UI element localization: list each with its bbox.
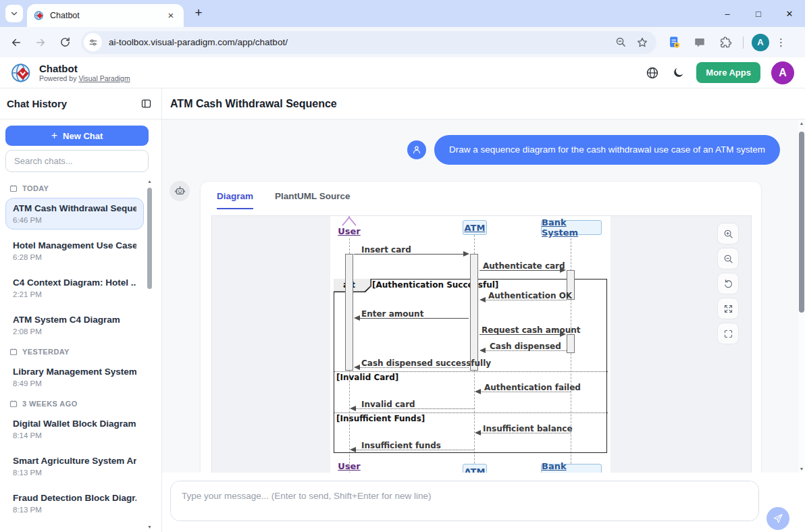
dark-mode-button[interactable]	[671, 65, 685, 80]
collapse-panel-icon[interactable]	[140, 98, 152, 109]
scroll-up-icon[interactable]: ▲	[798, 121, 805, 126]
message-line	[485, 350, 567, 351]
window-maximize-button[interactable]: □	[743, 0, 774, 27]
list-item[interactable]: Fraud Detection Block Diagr... 8:13 PM	[5, 487, 144, 519]
reset-view-button[interactable]	[717, 273, 739, 294]
url-text[interactable]: ai-toolbox.visual-paradigm.com/app/chatb…	[109, 37, 606, 47]
page-scrollbar[interactable]: ▲ ▼	[798, 119, 805, 473]
sidebar-scrollbar-thumb[interactable]	[147, 188, 152, 289]
fullscreen-button[interactable]	[717, 323, 739, 344]
activation-bank-2	[567, 334, 575, 353]
address-bar[interactable]: ai-toolbox.visual-paradigm.com/app/chatb…	[81, 31, 656, 54]
user-account-avatar[interactable]: A	[771, 61, 794, 84]
tab-plantuml-source[interactable]: PlantUML Source	[275, 191, 350, 209]
list-item[interactable]: Hotel Management Use Case 6:28 PM	[5, 235, 144, 267]
tab-close-icon[interactable]: ×	[165, 9, 177, 22]
person-icon	[411, 144, 422, 155]
chat-title: C4 Context Diagram: Hotel ...	[13, 277, 136, 288]
sidebar-scrollbar[interactable]: ▲ ▼	[147, 179, 153, 529]
visual-paradigm-link[interactable]: Visual Paradigm	[78, 74, 130, 82]
message-label: Insufficient balance	[483, 424, 573, 433]
zoom-out-icon	[723, 254, 733, 264]
chat-title: ATM Cash Withdrawal Seque...	[13, 203, 136, 213]
zoom-in-icon	[723, 229, 733, 239]
arrowhead-right	[560, 331, 566, 337]
zoom-in-button[interactable]	[717, 223, 739, 244]
magnifier-minus-icon	[615, 36, 627, 48]
search-chats-input[interactable]	[5, 150, 149, 172]
browser-profile-avatar[interactable]: A	[752, 34, 769, 51]
visual-paradigm-favicon-icon	[34, 10, 45, 21]
browser-tab[interactable]: Chatbot ×	[27, 4, 184, 27]
scroll-down-icon[interactable]: ▼	[798, 467, 805, 471]
list-item[interactable]: Smart Agriculture System Ar... 8:13 PM	[5, 450, 144, 482]
expand-button[interactable]	[717, 298, 739, 319]
message-input[interactable]	[171, 481, 758, 521]
user-avatar	[407, 140, 426, 159]
new-chat-button[interactable]: +New Chat	[5, 126, 149, 146]
scroll-up-icon[interactable]: ▲	[147, 179, 153, 184]
section-label: TODAY	[22, 184, 49, 192]
tab-search-button[interactable]	[5, 5, 23, 22]
arrowhead-left	[475, 430, 481, 435]
message-label: Cash dispensed successfully	[361, 358, 491, 368]
toolbar-divider	[743, 36, 744, 49]
arrowhead-left	[354, 365, 360, 370]
docs-extension-button[interactable]	[666, 34, 682, 51]
arrowhead-left	[479, 297, 486, 302]
message-line	[485, 300, 567, 300]
back-arrow-icon	[10, 36, 22, 49]
tab-diagram[interactable]: Diagram	[217, 191, 253, 209]
new-tab-button[interactable]: +	[189, 4, 208, 23]
side-panel-extension-button[interactable]	[692, 34, 708, 51]
message-label: Authentication OK	[488, 291, 572, 300]
globe-icon	[646, 66, 659, 80]
forward-button[interactable]	[32, 34, 49, 51]
message-label: Insufficient funds	[361, 441, 441, 450]
message-line	[479, 334, 561, 335]
chat-title: Fraud Detection Block Diagr...	[13, 493, 136, 503]
scroll-down-icon[interactable]: ▼	[147, 525, 153, 529]
language-button[interactable]	[645, 65, 660, 80]
send-button[interactable]	[767, 507, 789, 530]
moon-icon	[672, 66, 685, 79]
list-item[interactable]: Digital Wallet Block Diagram 8:14 PM	[5, 413, 144, 445]
browser-menu-button[interactable]: ⋮	[776, 36, 786, 49]
list-item[interactable]: C4 Context Diagram: Hotel ... 2:21 PM	[5, 272, 144, 304]
user-message-row: Draw a sequence diagram for the cash wit…	[407, 135, 780, 165]
chevron-down-icon	[10, 9, 18, 18]
message-composer	[162, 473, 805, 532]
back-button[interactable]	[8, 34, 24, 51]
list-item[interactable]: ATM Cash Withdrawal Seque... 6:46 PM	[5, 198, 144, 230]
chat-title: Smart Agriculture System Ar...	[13, 456, 136, 466]
zoom-page-button[interactable]	[613, 35, 628, 50]
diagram-viewport[interactable]: User ATM Bank System alt [Authentication…	[211, 215, 752, 473]
extensions-button[interactable]	[717, 34, 733, 51]
paper-plane-icon	[773, 513, 783, 524]
guard-insufficient-funds: [Insufficient Funds]	[336, 414, 425, 423]
puzzle-icon	[719, 36, 732, 49]
arrowhead-right	[463, 251, 469, 257]
tab-title: Chatbot	[50, 11, 165, 20]
chat-area: Draw a sequence diagram for the cash wit…	[162, 119, 805, 473]
more-apps-button[interactable]: More Apps	[696, 62, 760, 83]
forward-arrow-icon	[34, 36, 47, 49]
participant-bank-top: Bank System	[541, 220, 602, 235]
window-close-button[interactable]: ✕	[774, 0, 805, 27]
list-item[interactable]: Library Management System... 8:49 PM	[5, 361, 144, 393]
participant-bank-bottom: Bank System	[541, 464, 602, 473]
message-label: Cash dispensed	[490, 342, 561, 351]
calendar-icon	[9, 348, 18, 356]
message-input-box	[170, 481, 759, 521]
fragment-divider	[334, 371, 608, 372]
chat-time: 6:28 PM	[13, 253, 136, 261]
zoom-out-button[interactable]	[717, 248, 739, 269]
reload-button[interactable]	[57, 34, 73, 51]
page-scrollbar-thumb[interactable]	[799, 132, 804, 313]
site-settings-button[interactable]	[84, 33, 102, 51]
window-minimize-button[interactable]: –	[712, 0, 743, 27]
powered-by: Powered by Visual Paradigm	[39, 74, 130, 82]
history-section-header: YESTERDAY	[9, 348, 141, 356]
bookmark-button[interactable]	[635, 35, 650, 50]
list-item[interactable]: ATM System C4 Diagram 2:08 PM	[5, 309, 144, 341]
